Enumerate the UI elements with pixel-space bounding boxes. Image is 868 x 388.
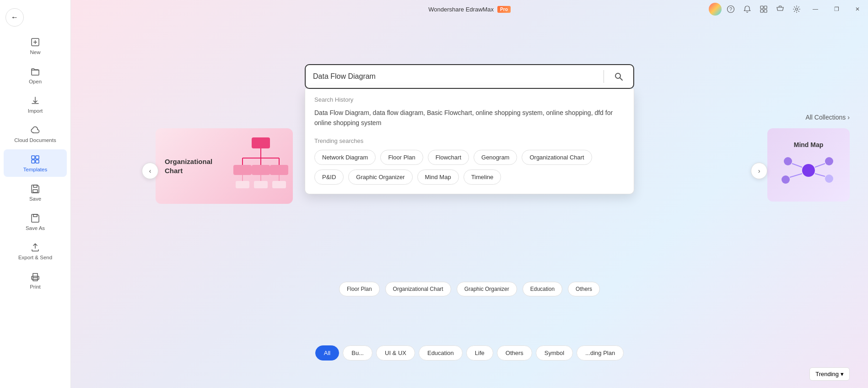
store-button[interactable]	[773, 2, 787, 16]
app-title: Wondershare EdrawMax	[428, 6, 494, 13]
tab-education[interactable]: Education	[419, 345, 463, 361]
chip-network-diagram[interactable]: Network Diagram	[314, 150, 376, 165]
tab-uiux[interactable]: UI & UX	[376, 345, 415, 361]
chip-org-chart[interactable]: Organizational Chart	[522, 150, 592, 165]
svg-line-44	[815, 174, 825, 176]
chip-floor-plan-cat[interactable]: Floor Plan	[339, 282, 380, 296]
chip-education-cat[interactable]: Education	[523, 282, 562, 296]
sidebar-cloud-label: Cloud Documents	[14, 137, 56, 143]
chip-others-cat[interactable]: Others	[568, 282, 600, 296]
sidebar-item-export[interactable]: Export & Send	[4, 237, 67, 265]
chip-org-chart-cat[interactable]: Organizational Chart	[385, 282, 451, 296]
sidebar-item-import[interactable]: Import	[4, 91, 67, 118]
svg-rect-35	[272, 181, 286, 188]
chip-flowchart[interactable]: Flowchart	[428, 150, 469, 165]
carousel-next[interactable]: ›	[751, 163, 767, 179]
tab-others[interactable]: Others	[497, 345, 532, 361]
category-chips: Floor Plan Organizational Chart Graphic …	[332, 282, 607, 296]
sidebar-export-label: Export & Send	[18, 255, 52, 260]
svg-point-40	[825, 175, 833, 183]
sidebar-templates-label: Templates	[23, 167, 47, 172]
svg-point-18	[796, 8, 798, 11]
svg-rect-34	[254, 181, 268, 188]
svg-line-43	[790, 174, 802, 177]
main-content: Wondershare EdrawMax Pro ?	[71, 0, 868, 388]
svg-rect-9	[33, 214, 37, 217]
svg-rect-16	[760, 10, 763, 12]
all-collections-link[interactable]: All Collections ›	[805, 114, 850, 121]
export-icon	[30, 242, 41, 253]
sidebar-item-print[interactable]: Print	[4, 267, 67, 294]
tab-life[interactable]: Life	[466, 345, 493, 361]
org-card-title-wrap: OrganizationalChart	[165, 157, 212, 175]
trending-sort-dropdown[interactable]: Trending ▾	[809, 367, 850, 381]
tab-trading[interactable]: ...ding Plan	[577, 345, 624, 361]
settings-button[interactable]	[789, 2, 804, 16]
chip-genogram[interactable]: Genogram	[474, 150, 517, 165]
open-icon	[30, 66, 41, 77]
sidebar-save-label: Save	[29, 196, 41, 202]
trending-arrow: ▾	[841, 371, 844, 377]
sidebar-item-cloud[interactable]: Cloud Documents	[4, 120, 67, 148]
sidebar-saveas-label: Save As	[26, 225, 45, 231]
search-dropdown: Search History Data Flow Diagram, data f…	[305, 89, 634, 194]
sidebar-item-open[interactable]: Open	[4, 61, 67, 89]
history-text[interactable]: Data Flow Diagram, data flow diagram, Ba…	[314, 108, 625, 128]
chip-graphic-org-cat[interactable]: Graphic Organizer	[457, 282, 517, 296]
chip-floor-plan[interactable]: Floor Plan	[380, 150, 423, 165]
svg-rect-7	[33, 185, 37, 187]
close-button[interactable]: ✕	[847, 0, 868, 18]
saveas-icon	[30, 213, 41, 224]
svg-rect-21	[252, 137, 270, 148]
svg-rect-8	[33, 190, 38, 192]
avatar[interactable]	[709, 3, 722, 16]
chip-pid[interactable]: P&ID	[314, 169, 344, 185]
svg-text:?: ?	[729, 6, 732, 12]
sidebar-item-save[interactable]: Save	[4, 179, 67, 206]
sidebar-item-saveas[interactable]: Save As	[4, 208, 67, 235]
chip-mind-map[interactable]: Mind Map	[417, 169, 459, 185]
svg-rect-15	[764, 6, 767, 9]
bell-button[interactable]	[740, 2, 755, 16]
window-controls: — ❐ ✕	[805, 0, 868, 18]
maximize-button[interactable]: ❐	[826, 0, 847, 18]
help-button[interactable]: ?	[723, 2, 738, 16]
import-icon	[30, 95, 41, 106]
svg-line-20	[620, 78, 622, 80]
trending-chips: Network Diagram Floor Plan Flowchart Gen…	[314, 150, 625, 185]
svg-line-42	[815, 164, 825, 167]
search-input[interactable]	[313, 72, 596, 81]
search-box	[305, 64, 634, 89]
svg-point-36	[802, 164, 815, 177]
svg-point-39	[782, 175, 790, 184]
sidebar-item-new[interactable]: New	[4, 32, 67, 60]
grid-button[interactable]	[756, 2, 771, 16]
tab-symbol[interactable]: Symbol	[536, 345, 573, 361]
carousel-card-org[interactable]: OrganizationalChart	[156, 128, 293, 204]
chip-graphic-organizer[interactable]: Graphic Organizer	[348, 169, 412, 185]
carousel-card-mindmap[interactable]: Mind Map	[767, 128, 850, 202]
mindmap-title: Mind Map	[794, 141, 824, 148]
sidebar-item-templates[interactable]: Templates	[4, 149, 67, 177]
svg-point-38	[825, 157, 833, 165]
sidebar-print-label: Print	[30, 284, 41, 290]
search-button[interactable]	[611, 69, 626, 84]
svg-point-37	[784, 157, 792, 165]
new-icon	[30, 37, 41, 48]
org-card-title: OrganizationalChart	[165, 157, 212, 175]
carousel-prev[interactable]: ‹	[142, 163, 158, 179]
svg-rect-17	[764, 10, 767, 12]
svg-rect-33	[236, 181, 249, 188]
print-icon	[30, 271, 41, 282]
trending-label: Trending searches	[314, 137, 625, 144]
org-chart-visual	[233, 135, 288, 197]
cloud-icon	[30, 125, 41, 136]
pro-badge: Pro	[497, 6, 511, 13]
sidebar: ← New Open Import	[0, 0, 71, 388]
svg-rect-3	[32, 156, 35, 159]
chip-timeline[interactable]: Timeline	[464, 169, 501, 185]
tab-all[interactable]: All	[315, 345, 339, 361]
back-button[interactable]: ←	[5, 8, 24, 27]
tab-business[interactable]: Bu...	[343, 345, 372, 361]
minimize-button[interactable]: —	[805, 0, 826, 18]
